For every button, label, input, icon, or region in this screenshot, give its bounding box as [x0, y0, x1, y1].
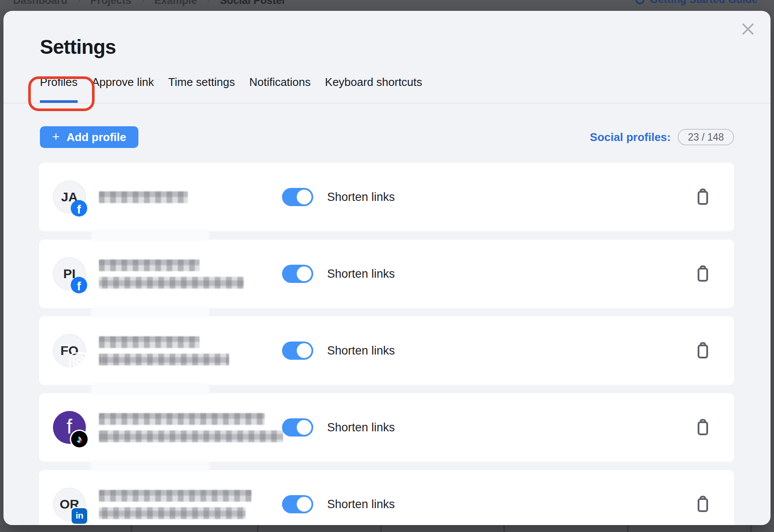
- guide-icon: [635, 0, 645, 4]
- close-icon: [738, 19, 758, 39]
- breadcrumb-item[interactable]: Projects: [90, 0, 131, 7]
- profile-avatar: FO f ♪: [53, 334, 86, 367]
- profile-name-redacted: [99, 490, 282, 519]
- redacted-text-line: [99, 354, 229, 365]
- instagram-icon: [71, 354, 87, 370]
- shorten-links-toggle[interactable]: [282, 418, 313, 437]
- page-title: Settings: [40, 35, 116, 59]
- table-column-divider: [750, 525, 752, 532]
- breadcrumb-separator: ›: [77, 0, 81, 7]
- toggle-knob: [297, 420, 312, 435]
- shorten-links-toggle[interactable]: [282, 342, 313, 360]
- tabs-bar: ProfilesApprove linkTime settingsNotific…: [3, 74, 771, 103]
- redacted-text-line: [99, 336, 200, 348]
- profile-card: PI f ♪: [39, 240, 734, 308]
- getting-started-label: Getting Started Guide: [650, 0, 758, 6]
- facebook-badge: f ♪ in: [71, 200, 87, 217]
- social-profiles-count-badge: 23 / 148: [678, 129, 734, 145]
- facebook-icon: f: [77, 203, 81, 217]
- background-table-edge: [0, 525, 774, 532]
- profile-avatar: JA f ♪: [53, 181, 86, 213]
- add-profile-button[interactable]: + Add profile: [40, 126, 138, 148]
- profile-card: OR f ♪: [39, 470, 734, 525]
- add-profile-label: Add profile: [67, 131, 126, 144]
- shorten-links-label: Shorten links: [327, 344, 395, 358]
- trash-icon: [696, 342, 710, 359]
- tiktok-badge: f ♪ in: [71, 431, 88, 447]
- redacted-text-line: [99, 507, 246, 519]
- tab-approve-link[interactable]: Approve link: [92, 74, 154, 103]
- shorten-links-control: Shorten links: [282, 265, 395, 283]
- shorten-links-toggle[interactable]: [282, 188, 313, 206]
- tab-notifications[interactable]: Notifications: [249, 74, 311, 103]
- background-top-bar: Dashboard›Projects›Example›Social Poster…: [0, 0, 774, 11]
- plus-icon: +: [52, 130, 60, 143]
- redacted-text-line: [99, 191, 188, 203]
- modal-close-button[interactable]: [736, 17, 760, 41]
- trash-icon: [696, 265, 710, 282]
- shorten-links-control: Shorten links: [282, 342, 395, 360]
- profile-name-redacted: [99, 413, 282, 442]
- shorten-links-label: Shorten links: [327, 190, 395, 204]
- toggle-knob: [297, 343, 312, 358]
- breadcrumb: Dashboard›Projects›Example›Social Poster: [13, 0, 286, 7]
- profile-name-redacted: [99, 259, 282, 289]
- profile-card: f f ♪: [39, 393, 734, 462]
- trash-icon: [696, 419, 710, 436]
- breadcrumb-item[interactable]: Example: [154, 0, 197, 7]
- linkedin-icon: in: [75, 510, 83, 521]
- shorten-links-label: Shorten links: [327, 421, 395, 434]
- delete-profile-button[interactable]: [693, 340, 712, 361]
- settings-modal: Settings ProfilesApprove linkTime settin…: [3, 11, 771, 525]
- redacted-text-line: [99, 490, 252, 502]
- table-column-divider: [380, 525, 382, 532]
- profiles-list: JA f ♪: [39, 163, 734, 525]
- table-column-divider: [503, 525, 505, 532]
- shorten-links-toggle[interactable]: [282, 495, 313, 513]
- breadcrumb-separator: ›: [207, 0, 210, 7]
- shorten-links-label: Shorten links: [327, 498, 395, 511]
- redacted-text-line: [99, 430, 283, 442]
- profile-avatar: OR f ♪: [53, 488, 86, 521]
- tiktok-icon: ♪: [77, 433, 82, 445]
- profile-name-redacted: [99, 336, 282, 365]
- tab-time-settings[interactable]: Time settings: [168, 74, 235, 103]
- shorten-links-toggle[interactable]: [282, 265, 313, 283]
- tab-keyboard-shortcuts[interactable]: Keyboard shortcuts: [325, 74, 422, 103]
- redacted-text-line: [99, 277, 244, 289]
- redacted-text-line: [99, 413, 265, 425]
- breadcrumb-item[interactable]: Dashboard: [13, 0, 67, 7]
- linkedin-badge: f ♪ in: [72, 508, 87, 524]
- redacted-text-line: [99, 259, 200, 271]
- breadcrumb-item: Social Poster: [220, 0, 286, 7]
- profile-card: FO f ♪: [39, 316, 734, 385]
- avatar-initials: f: [67, 415, 72, 438]
- profile-avatar: f f ♪: [53, 411, 86, 444]
- shorten-links-control: Shorten links: [282, 495, 395, 513]
- table-column-divider: [627, 525, 629, 532]
- table-column-divider: [131, 525, 132, 532]
- shorten-links-control: Shorten links: [282, 418, 395, 437]
- getting-started-link[interactable]: Getting Started Guide: [635, 0, 758, 6]
- toggle-knob: [297, 190, 312, 204]
- profiles-toolbar: + Add profile Social profiles: 23 / 148: [40, 126, 734, 148]
- trash-icon: [696, 496, 710, 513]
- table-column-divider: [257, 525, 259, 532]
- tab-profiles[interactable]: Profiles: [40, 74, 78, 103]
- tabs: ProfilesApprove linkTime settingsNotific…: [40, 74, 771, 103]
- delete-profile-button[interactable]: [693, 263, 712, 284]
- shorten-links-control: Shorten links: [282, 188, 395, 206]
- instagram-badge: f ♪ in: [71, 354, 87, 370]
- profile-avatar: PI f ♪: [53, 257, 86, 290]
- facebook-badge: f ♪ in: [71, 277, 87, 293]
- profile-card: JA f ♪: [39, 163, 734, 231]
- facebook-icon: f: [77, 279, 81, 293]
- delete-profile-button[interactable]: [693, 417, 712, 438]
- delete-profile-button[interactable]: [693, 494, 712, 515]
- delete-profile-button[interactable]: [693, 187, 712, 207]
- toggle-knob: [297, 266, 312, 281]
- profile-name-redacted: [99, 191, 282, 203]
- social-profiles-label: Social profiles:: [590, 131, 671, 144]
- trash-icon: [696, 188, 710, 206]
- social-profiles-counter: Social profiles: 23 / 148: [590, 129, 734, 145]
